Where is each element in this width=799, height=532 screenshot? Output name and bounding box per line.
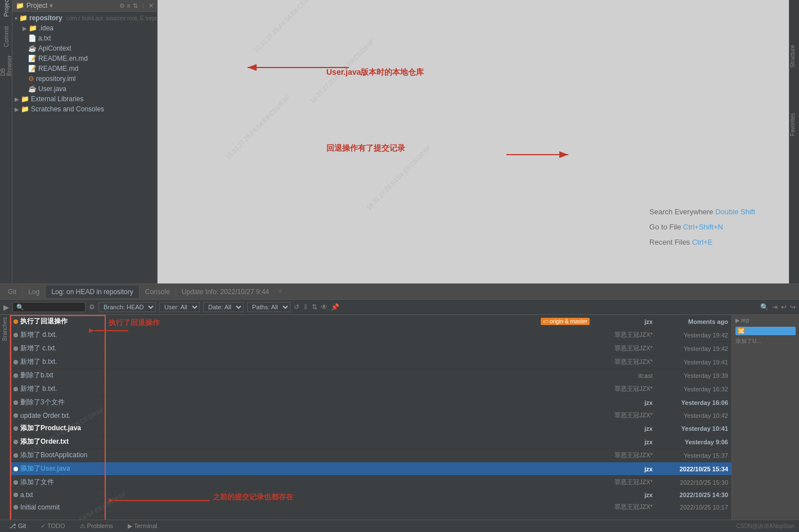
hint-search: Search Everywhere Double Shift — [649, 204, 755, 219]
commit-time: Yesterday 19:42 — [655, 332, 728, 339]
project-tab[interactable]: Project — [1, 2, 11, 12]
tree-label: ApiContext — [38, 44, 71, 52]
tree-item-readme[interactable]: 📝 README.md — [12, 64, 157, 74]
commit-msg: Initial commit — [20, 503, 594, 511]
tree-label: repository.iml — [36, 75, 75, 83]
db-browser-tab[interactable]: DB Browser — [1, 61, 11, 71]
expand-btn[interactable]: ▶ — [3, 303, 9, 312]
commit-row-7[interactable]: 删除了3个文件 jzx Yesterday 16:06 — [10, 396, 731, 409]
hint-recent-shortcut: Ctrl+E — [692, 238, 712, 246]
git-log-main: Branches 执行了回退操作 — [0, 315, 799, 520]
dropdown-icon[interactable]: ▾ — [50, 2, 53, 10]
tab-log-head[interactable]: Log: on HEAD in repository — [46, 286, 139, 298]
tree-label: Scratches and Consoles — [31, 105, 104, 113]
branches-label[interactable]: Branches — [2, 317, 8, 341]
sort-icon[interactable]: ⇅ — [312, 303, 317, 311]
branch-select[interactable]: Branch: HEAD — [98, 302, 156, 312]
layout-icon[interactable]: ≡ — [127, 2, 131, 10]
date-select[interactable]: Date: All — [203, 302, 244, 312]
status-tab-todo[interactable]: ✓ TODO — [36, 521, 69, 531]
commit-dot — [14, 505, 18, 510]
tree-item-userjava[interactable]: ☕ User.java — [12, 84, 157, 94]
more-icon[interactable]: ⋮ — [140, 2, 146, 10]
settings-icon[interactable]: ⚙ — [119, 2, 125, 10]
commit-row-9[interactable]: 添加了Product.java jzx Yesterday 10:41 — [10, 422, 731, 435]
commit-time: Yesterday 16:06 — [655, 399, 728, 406]
tree-item-apicontext[interactable]: ☕ ApiContext — [12, 43, 157, 53]
commit-dot — [14, 467, 18, 471]
settings-icon[interactable]: ⚙ — [89, 303, 95, 311]
tab-update-info[interactable]: Update Info: 2022/10/27 9:44 — [176, 286, 275, 298]
tree-item-repository[interactable]: ▾ 📁 repository com.r build.api, sources … — [12, 13, 157, 23]
paths-select[interactable]: Paths: All — [247, 302, 290, 312]
main-content-area: 10.31.27.25,F4:54:E8:C5:D8:6F 10.31.27.2… — [158, 0, 789, 283]
expand-right-icon[interactable]: ▶ — [735, 317, 740, 323]
status-tab-git[interactable]: ⎇ Git — [5, 521, 30, 531]
md-icon: 📝 — [28, 65, 37, 73]
commit-time: 2022/10/25 15:34 — [655, 466, 728, 472]
favorites-tab[interactable]: Favorites — [789, 113, 799, 136]
commit-msg: 添加了BootApplication — [20, 450, 594, 460]
sort-icon[interactable]: ⇅ — [133, 2, 138, 10]
annotation-previous: 之前的提交记录也都存在 — [213, 492, 293, 502]
close-icon[interactable]: ✕ — [149, 2, 154, 10]
commit-row-13[interactable]: 添加了文件 罪恶王冠JZX* 2022/10/25 15:30 — [10, 476, 731, 489]
git-search-input[interactable] — [12, 302, 86, 312]
eye-icon[interactable]: 👁 — [321, 303, 327, 311]
tree-label: repository — [29, 14, 62, 22]
commit-author: 罪恶王冠JZX* — [596, 411, 653, 420]
refresh-icon[interactable]: ↺ — [294, 303, 299, 311]
tree-item-iml[interactable]: ⚙ repository.iml — [12, 74, 157, 84]
commit-time: 2022/10/25 14:30 — [655, 492, 728, 498]
tab-close[interactable]: ✕ — [275, 288, 285, 295]
commit-row-5[interactable]: 删除了b.txt itcast Yesterday 19:39 — [10, 369, 731, 382]
top-area: Project Commit DB Browser 📁 Project ▾ ⚙ … — [0, 0, 799, 283]
project-header-actions: ⚙ ≡ ⇅ ⋮ ✕ — [119, 2, 154, 10]
tree-label: User.java — [38, 85, 66, 93]
commit-author: jzx — [596, 318, 653, 325]
redo-icon[interactable]: ↪ — [790, 303, 796, 311]
commit-dot — [14, 319, 18, 324]
pin-icon[interactable]: 📌 — [331, 303, 339, 311]
commit-row-8[interactable]: update Order.txt. 罪恶王冠JZX* Yesterday 10:… — [10, 409, 731, 422]
commit-row-3[interactable]: 新增了 c.txt. 罪恶王冠JZX* Yesterday 19:42 — [10, 342, 731, 355]
commit-row-4[interactable]: 新增了 b.txt. 罪恶王冠JZX* Yesterday 19:41 — [10, 355, 731, 369]
commit-msg: 添加了文件 — [20, 477, 594, 487]
tree-item-readme-en[interactable]: 📝 README.en.md — [12, 53, 157, 64]
commit-time: Yesterday 16:32 — [655, 386, 728, 393]
commit-row-6[interactable]: 新增了 b.txt. 罪恶王冠JZX* Yesterday 16:32 — [10, 382, 731, 396]
status-tab-terminal[interactable]: ▶ Terminal — [123, 521, 161, 531]
md-icon: 📝 — [28, 55, 37, 62]
commit-msg: 添加了Product.java — [20, 423, 594, 433]
status-tab-problems[interactable]: ⚠ Problems — [75, 521, 118, 531]
tree-item-scratches[interactable]: ▶ 📁 Scratches and Consoles — [12, 104, 157, 114]
tree-label: README.md — [38, 65, 78, 73]
iml-icon: ⚙ — [28, 75, 34, 83]
commit-author: 罪恶王冠JZX* — [596, 385, 653, 393]
tab-git[interactable]: Git — [2, 286, 23, 298]
java-icon: ☕ — [28, 44, 37, 52]
commit-row-12[interactable]: 添加了User.java jzx 2022/10/25 15:34 — [10, 462, 731, 476]
folder-icon: 📁 — [21, 105, 29, 113]
commit-dot — [14, 440, 18, 444]
folder-icon: 📁 — [21, 95, 29, 103]
commit-time: 2022/10/25 10:17 — [655, 504, 728, 511]
tab-log[interactable]: Log — [23, 286, 46, 298]
search-icon-right[interactable]: 🔍 — [760, 303, 769, 311]
commit-tab[interactable]: Commit — [1, 31, 11, 42]
user-select[interactable]: User: All — [159, 302, 200, 312]
undo-icon[interactable]: ↩ — [781, 303, 787, 311]
structure-tab[interactable]: Structure — [789, 45, 799, 68]
project-panel-header: 📁 Project ▾ ⚙ ≡ ⇅ ⋮ ✕ — [12, 0, 157, 12]
tree-item-atxt[interactable]: 📄 a.txt — [12, 33, 157, 43]
tree-item-external-libs[interactable]: ▶ 📁 External Libraries — [12, 94, 157, 104]
expand-right-icon[interactable]: ⇥ — [772, 303, 778, 311]
tree-item-idea[interactable]: ▶ 📁 .idea — [12, 23, 157, 33]
commit-dot — [14, 493, 18, 497]
tab-console[interactable]: Console — [140, 286, 176, 298]
annotation-previous-text: 之前的提交记录也都存在 — [213, 493, 293, 501]
commit-row-11[interactable]: 添加了BootApplication 罪恶王冠JZX* Yesterday 15… — [10, 449, 731, 462]
commit-row-10[interactable]: 添加了Order.txt jzx Yesterday 9:06 — [10, 435, 731, 449]
fetch-icon[interactable]: ⇩ — [303, 303, 308, 311]
annotation-arrow-undo — [506, 143, 574, 166]
